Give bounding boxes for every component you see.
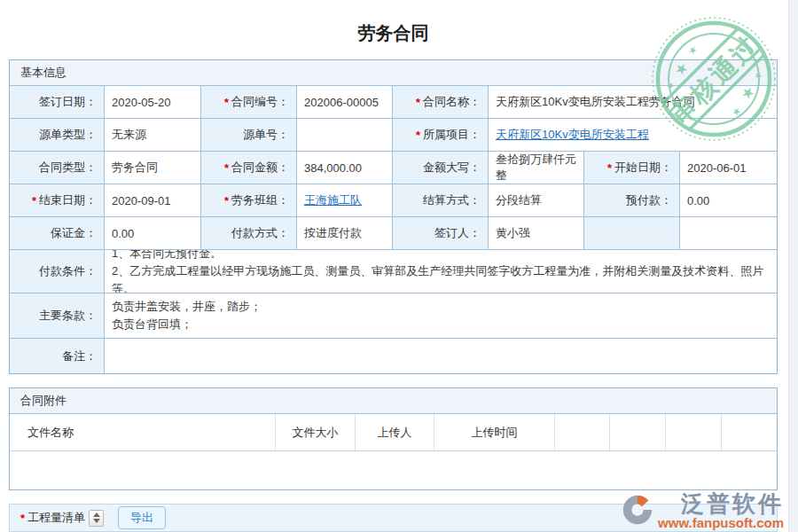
column-empty (666, 414, 722, 450)
remark-label: 备注： (10, 339, 105, 373)
empty-label-cell (584, 217, 680, 250)
table-row: 合同类型： 劳务合同 *合同金额： 384,000.00 金额大写： 叁拾捌万肆… (10, 152, 777, 184)
end-date-value: 2020-09-01 (105, 184, 201, 217)
main-clauses-line1: 负责井盖安装，井座，踏步； (112, 298, 262, 316)
settle-method-value: 分段结算 (489, 184, 584, 217)
amount-caps-value: 叁拾捌万肆仟元整 (489, 152, 584, 184)
required-marker: * (32, 194, 36, 207)
contract-name-value: 天府新区10Kv变电所安装工程劳务合同 (489, 86, 777, 119)
source-type-label: 源单类型： (10, 119, 105, 152)
table-row: 主要条款： 负责井盖安装，井座，踏步； 负责台背回填； (10, 293, 777, 339)
project-value: 天府新区10Kv变电所安装工程 (489, 119, 777, 152)
source-no-value (297, 119, 393, 152)
contract-amount-value: 384,000.00 (297, 152, 393, 184)
contract-type-value: 劳务合同 (105, 152, 201, 184)
table-row: 备注： (10, 339, 777, 373)
source-type-value: 无来源 (105, 119, 201, 152)
payment-terms-line2: 2、乙方完成工程量以经甲方现场施工员、测量员、审算部及生产经理共同签字收方工程量… (112, 262, 770, 293)
column-empty (722, 414, 777, 450)
sign-date-label: 签订日期： (10, 86, 105, 119)
table-row: 签订日期： 2020-05-20 *合同编号： 202006-00005 *合同… (10, 86, 777, 119)
start-date-label: *开始日期： (584, 152, 680, 184)
contract-type-label: 合同类型： (10, 152, 105, 184)
sign-date-value: 2020-05-20 (105, 86, 201, 119)
column-empty (555, 414, 610, 450)
labor-team-link[interactable]: 王海施工队 (304, 192, 362, 208)
boq-list-label: 工程量清单 (27, 510, 85, 526)
main-clauses-label: 主要条款： (10, 293, 105, 339)
sort-down-icon (93, 519, 100, 523)
basic-info-header: 基本信息 (10, 60, 777, 86)
payment-method-value: 按进度付款 (297, 217, 393, 250)
footer-toolbar: * 工程量清单 导出 (9, 504, 778, 532)
deposit-label: 保证金： (10, 217, 105, 250)
required-marker: * (20, 512, 25, 525)
column-empty (610, 414, 666, 450)
required-marker: * (224, 161, 229, 175)
payment-terms-label: 付款条件： (10, 250, 105, 293)
column-upload-time: 上传时间 (434, 414, 555, 450)
export-button[interactable]: 导出 (118, 506, 166, 529)
required-marker: * (224, 194, 229, 207)
attachments-column-header-row: 文件名称 文件大小 上传人 上传时间 (10, 414, 777, 451)
attachments-empty-area (10, 451, 777, 489)
settle-method-label: 结算方式： (393, 184, 489, 217)
start-date-value: 2020-06-01 (680, 152, 777, 184)
project-link[interactable]: 天府新区10Kv变电所安装工程 (496, 127, 649, 143)
remark-value (105, 339, 777, 373)
main-clauses-value: 负责井盖安装，井座，踏步； 负责台背回填； (105, 293, 777, 339)
source-no-label: 源单号： (201, 119, 297, 152)
amount-caps-label: 金额大写： (393, 152, 489, 184)
labor-team-value: 王海施工队 (297, 184, 393, 217)
required-marker: * (607, 161, 612, 175)
sort-up-icon (93, 512, 100, 517)
column-uploader: 上传人 (356, 414, 434, 450)
empty-value-cell (680, 217, 777, 250)
page-title: 劳务合同 (9, 21, 778, 45)
signer-value: 黄小强 (489, 217, 584, 250)
required-marker: * (416, 96, 420, 109)
contract-no-value: 202006-00005 (297, 86, 393, 119)
required-marker: * (416, 129, 420, 142)
signer-label: 签订人： (393, 217, 489, 250)
contract-name-label: *合同名称： (393, 86, 489, 119)
payment-method-label: 付款方式： (201, 217, 297, 250)
main-clauses-line2: 负责台背回填； (112, 316, 192, 333)
labor-team-label: *劳务班组： (201, 184, 297, 217)
table-row: 付款条件： 1、本合同无预付金。 2、乙方完成工程量以经甲方现场施工员、测量员、… (10, 250, 777, 293)
table-row: 源单类型： 无来源 源单号： *所属项目： 天府新区10Kv变电所安装工程 (10, 119, 777, 152)
payment-terms-line1: 1、本合同无预付金。 (112, 250, 222, 262)
payment-terms-value: 1、本合同无预付金。 2、乙方完成工程量以经甲方现场施工员、测量员、审算部及生产… (105, 250, 777, 293)
column-file-name: 文件名称 (10, 414, 276, 450)
attachments-header: 合同附件 (10, 388, 777, 414)
table-row: 保证金： 0.00 付款方式： 按进度付款 签订人： 黄小强 (10, 217, 777, 250)
required-marker: * (224, 96, 229, 109)
project-label: *所属项目： (393, 119, 489, 152)
contract-no-label: *合同编号： (201, 86, 297, 119)
end-date-label: *结束日期： (10, 184, 105, 217)
deposit-value: 0.00 (105, 217, 201, 250)
sort-toggle-icon[interactable] (89, 510, 104, 527)
column-file-size: 文件大小 (276, 414, 356, 450)
basic-info-panel: 基本信息 签订日期： 2020-05-20 *合同编号： 202006-0000… (9, 59, 778, 374)
attachments-panel: 合同附件 文件名称 文件大小 上传人 上传时间 (9, 387, 778, 490)
vertical-scrollbar[interactable] (788, 0, 798, 532)
advance-payment-value: 0.00 (680, 184, 777, 217)
contract-amount-label: *合同金额： (201, 152, 297, 184)
advance-payment-label: 预付款： (584, 184, 680, 217)
table-row: *结束日期： 2020-09-01 *劳务班组： 王海施工队 结算方式： 分段结… (10, 184, 777, 217)
